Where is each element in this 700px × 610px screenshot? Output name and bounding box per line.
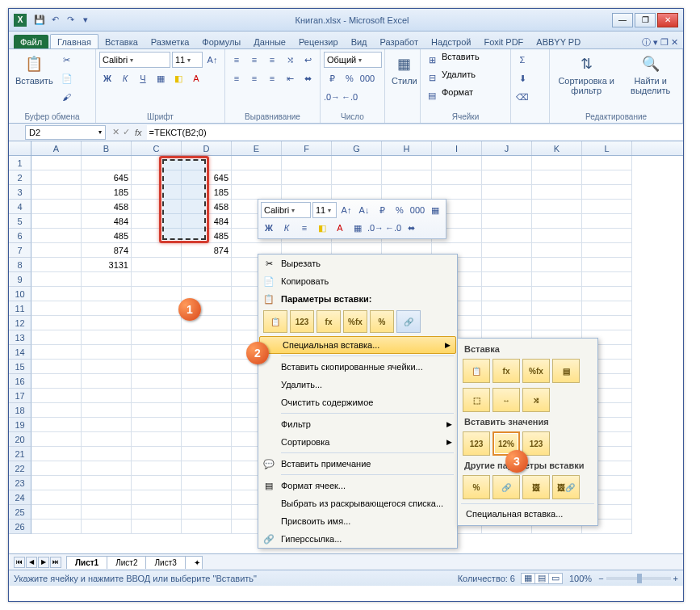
cell[interactable] <box>132 330 182 345</box>
cell[interactable] <box>82 330 132 345</box>
cell[interactable] <box>31 476 82 490</box>
sp-width[interactable]: ↔ <box>493 388 520 412</box>
col-header[interactable]: E <box>232 141 282 155</box>
align-center-icon[interactable]: ≡ <box>246 70 262 86</box>
tab-layout[interactable]: Разметка <box>145 35 196 48</box>
row-header[interactable]: 26 <box>9 520 31 534</box>
cell[interactable] <box>132 432 182 447</box>
mini-size-combo[interactable]: 11▾ <box>312 202 337 218</box>
cell[interactable] <box>132 360 182 374</box>
tab-view[interactable]: Вид <box>345 35 374 48</box>
cell[interactable] <box>31 490 82 505</box>
mini-font-combo[interactable]: Calibri▾ <box>261 202 311 218</box>
bold-icon[interactable]: Ж <box>99 70 115 86</box>
col-header[interactable]: A <box>31 141 82 155</box>
indent-dec-icon[interactable]: ⇤ <box>282 70 298 86</box>
cell[interactable] <box>31 287 82 301</box>
cell[interactable] <box>82 505 132 520</box>
paste-all[interactable]: 📋 <box>263 310 287 333</box>
fill-color-icon[interactable]: ◧ <box>170 70 187 86</box>
cell[interactable] <box>132 389 182 403</box>
cells-insert[interactable]: ⊞Вставить <box>424 52 480 68</box>
tab-file[interactable]: Файл <box>14 35 48 48</box>
cell[interactable] <box>582 272 632 287</box>
cell[interactable] <box>132 476 182 490</box>
cell[interactable] <box>31 316 82 330</box>
cells-format[interactable]: ▤Формат <box>424 87 473 103</box>
cell[interactable] <box>182 461 232 476</box>
cell[interactable]: 874 <box>182 243 232 258</box>
format-painter-icon[interactable]: 🖌 <box>59 89 75 105</box>
cell[interactable] <box>82 301 132 316</box>
row-header[interactable]: 16 <box>9 374 31 389</box>
row-header[interactable]: 12 <box>9 316 31 330</box>
cell[interactable]: 645 <box>82 170 132 185</box>
row-header[interactable]: 10 <box>9 287 31 301</box>
cell[interactable] <box>132 403 182 418</box>
row-header[interactable]: 1 <box>9 156 31 170</box>
cell[interactable]: 3131 <box>82 258 132 272</box>
tab-addins[interactable]: Надстрой <box>425 35 477 48</box>
cell[interactable] <box>182 272 232 287</box>
cell[interactable] <box>482 272 532 287</box>
cell[interactable] <box>582 170 632 185</box>
cell[interactable] <box>132 214 182 229</box>
cell[interactable] <box>532 214 582 229</box>
col-header[interactable]: L <box>582 141 632 155</box>
cell[interactable] <box>82 461 132 476</box>
mini-shrink-icon[interactable]: A↓ <box>356 202 372 218</box>
align-right-icon[interactable]: ≡ <box>264 70 280 86</box>
cell[interactable] <box>31 447 82 461</box>
align-bot-icon[interactable]: ≡ <box>264 52 280 68</box>
view-buttons[interactable]: ▦▤▭ <box>522 573 563 584</box>
row-header[interactable]: 18 <box>9 403 31 418</box>
mini-comma-icon[interactable]: 000 <box>409 202 425 218</box>
align-top-icon[interactable]: ≡ <box>228 52 245 68</box>
cell[interactable] <box>31 214 82 229</box>
cell[interactable] <box>482 243 532 258</box>
select-all[interactable] <box>9 141 31 155</box>
cell[interactable] <box>332 170 382 185</box>
cell[interactable] <box>482 301 532 316</box>
cell[interactable] <box>482 156 532 170</box>
cell[interactable] <box>182 374 232 389</box>
fx-icon[interactable]: fx <box>135 128 142 137</box>
cell[interactable] <box>582 287 632 301</box>
paste-link[interactable]: 🔗 <box>396 310 421 333</box>
cell[interactable]: 185 <box>82 185 132 200</box>
underline-icon[interactable]: Ч <box>135 70 151 86</box>
cell[interactable] <box>31 345 82 360</box>
cell[interactable] <box>82 272 132 287</box>
paste-formulas-fmt[interactable]: %fx <box>343 310 367 333</box>
mini-bold-icon[interactable]: Ж <box>261 220 277 236</box>
align-mid-icon[interactable]: ≡ <box>246 52 262 68</box>
cell[interactable] <box>432 185 482 200</box>
cell[interactable] <box>332 156 382 170</box>
row-header[interactable]: 15 <box>9 360 31 374</box>
italic-icon[interactable]: К <box>117 70 133 86</box>
sort-filter-button[interactable]: ⇅Сортировка и фильтр <box>553 52 619 97</box>
cell[interactable] <box>31 330 82 345</box>
cell[interactable] <box>582 200 632 214</box>
cell[interactable] <box>582 156 632 170</box>
row-header[interactable]: 21 <box>9 447 31 461</box>
cell[interactable] <box>132 316 182 330</box>
cell[interactable]: 458 <box>182 200 232 214</box>
cell[interactable] <box>31 374 82 389</box>
cell[interactable] <box>532 185 582 200</box>
dec-decimal-icon[interactable]: ←.0 <box>342 89 358 105</box>
cell[interactable] <box>382 156 432 170</box>
cell[interactable] <box>532 287 582 301</box>
col-header[interactable]: B <box>82 141 132 155</box>
mini-fill-icon[interactable]: ◧ <box>314 220 330 236</box>
cell[interactable] <box>582 214 632 229</box>
cell[interactable] <box>31 418 82 432</box>
zoom-slider[interactable]: −+ <box>598 574 678 583</box>
cell[interactable] <box>31 170 82 185</box>
cell[interactable] <box>132 258 182 272</box>
cell[interactable] <box>582 316 632 330</box>
col-header[interactable]: F <box>282 141 332 155</box>
cell[interactable] <box>82 447 132 461</box>
cell[interactable] <box>82 316 132 330</box>
cell[interactable] <box>482 258 532 272</box>
